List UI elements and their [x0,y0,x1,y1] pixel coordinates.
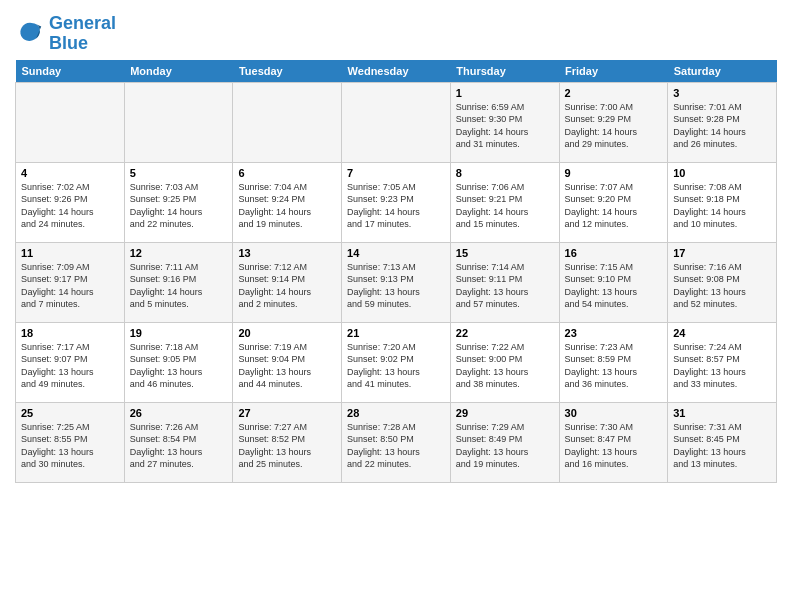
day-number: 8 [456,167,554,179]
day-info: Sunrise: 7:19 AM Sunset: 9:04 PM Dayligh… [238,341,336,391]
day-number: 14 [347,247,445,259]
day-cell: 3Sunrise: 7:01 AM Sunset: 9:28 PM Daylig… [668,82,777,162]
weekday-header-thursday: Thursday [450,60,559,83]
day-info: Sunrise: 6:59 AM Sunset: 9:30 PM Dayligh… [456,101,554,151]
day-cell [342,82,451,162]
day-cell: 27Sunrise: 7:27 AM Sunset: 8:52 PM Dayli… [233,402,342,482]
day-number: 12 [130,247,228,259]
day-number: 28 [347,407,445,419]
day-info: Sunrise: 7:07 AM Sunset: 9:20 PM Dayligh… [565,181,663,231]
day-cell [124,82,233,162]
day-info: Sunrise: 7:24 AM Sunset: 8:57 PM Dayligh… [673,341,771,391]
day-info: Sunrise: 7:01 AM Sunset: 9:28 PM Dayligh… [673,101,771,151]
day-info: Sunrise: 7:22 AM Sunset: 9:00 PM Dayligh… [456,341,554,391]
day-cell: 23Sunrise: 7:23 AM Sunset: 8:59 PM Dayli… [559,322,668,402]
weekday-header-wednesday: Wednesday [342,60,451,83]
day-cell: 5Sunrise: 7:03 AM Sunset: 9:25 PM Daylig… [124,162,233,242]
day-number: 9 [565,167,663,179]
day-number: 7 [347,167,445,179]
day-info: Sunrise: 7:16 AM Sunset: 9:08 PM Dayligh… [673,261,771,311]
day-number: 5 [130,167,228,179]
day-number: 30 [565,407,663,419]
day-info: Sunrise: 7:27 AM Sunset: 8:52 PM Dayligh… [238,421,336,471]
day-number: 31 [673,407,771,419]
day-number: 16 [565,247,663,259]
day-cell: 28Sunrise: 7:28 AM Sunset: 8:50 PM Dayli… [342,402,451,482]
day-number: 15 [456,247,554,259]
day-cell: 25Sunrise: 7:25 AM Sunset: 8:55 PM Dayli… [16,402,125,482]
weekday-header-sunday: Sunday [16,60,125,83]
day-number: 6 [238,167,336,179]
day-cell [16,82,125,162]
week-row-2: 4Sunrise: 7:02 AM Sunset: 9:26 PM Daylig… [16,162,777,242]
week-row-1: 1Sunrise: 6:59 AM Sunset: 9:30 PM Daylig… [16,82,777,162]
weekday-header-row: SundayMondayTuesdayWednesdayThursdayFrid… [16,60,777,83]
week-row-4: 18Sunrise: 7:17 AM Sunset: 9:07 PM Dayli… [16,322,777,402]
day-cell: 29Sunrise: 7:29 AM Sunset: 8:49 PM Dayli… [450,402,559,482]
day-number: 13 [238,247,336,259]
day-cell: 31Sunrise: 7:31 AM Sunset: 8:45 PM Dayli… [668,402,777,482]
day-cell: 24Sunrise: 7:24 AM Sunset: 8:57 PM Dayli… [668,322,777,402]
day-info: Sunrise: 7:04 AM Sunset: 9:24 PM Dayligh… [238,181,336,231]
weekday-header-friday: Friday [559,60,668,83]
day-info: Sunrise: 7:09 AM Sunset: 9:17 PM Dayligh… [21,261,119,311]
day-number: 2 [565,87,663,99]
header: GeneralBlue [15,10,777,54]
day-number: 20 [238,327,336,339]
day-info: Sunrise: 7:23 AM Sunset: 8:59 PM Dayligh… [565,341,663,391]
day-cell: 9Sunrise: 7:07 AM Sunset: 9:20 PM Daylig… [559,162,668,242]
day-number: 11 [21,247,119,259]
day-number: 17 [673,247,771,259]
day-cell: 2Sunrise: 7:00 AM Sunset: 9:29 PM Daylig… [559,82,668,162]
day-info: Sunrise: 7:31 AM Sunset: 8:45 PM Dayligh… [673,421,771,471]
day-cell: 17Sunrise: 7:16 AM Sunset: 9:08 PM Dayli… [668,242,777,322]
day-number: 27 [238,407,336,419]
day-number: 21 [347,327,445,339]
day-cell: 10Sunrise: 7:08 AM Sunset: 9:18 PM Dayli… [668,162,777,242]
week-row-5: 25Sunrise: 7:25 AM Sunset: 8:55 PM Dayli… [16,402,777,482]
day-number: 23 [565,327,663,339]
day-cell: 30Sunrise: 7:30 AM Sunset: 8:47 PM Dayli… [559,402,668,482]
page-container: GeneralBlue SundayMondayTuesdayWednesday… [0,0,792,493]
day-cell: 12Sunrise: 7:11 AM Sunset: 9:16 PM Dayli… [124,242,233,322]
day-info: Sunrise: 7:02 AM Sunset: 9:26 PM Dayligh… [21,181,119,231]
day-info: Sunrise: 7:00 AM Sunset: 9:29 PM Dayligh… [565,101,663,151]
day-info: Sunrise: 7:12 AM Sunset: 9:14 PM Dayligh… [238,261,336,311]
day-info: Sunrise: 7:08 AM Sunset: 9:18 PM Dayligh… [673,181,771,231]
day-cell: 26Sunrise: 7:26 AM Sunset: 8:54 PM Dayli… [124,402,233,482]
weekday-header-monday: Monday [124,60,233,83]
day-info: Sunrise: 7:13 AM Sunset: 9:13 PM Dayligh… [347,261,445,311]
day-info: Sunrise: 7:30 AM Sunset: 8:47 PM Dayligh… [565,421,663,471]
day-info: Sunrise: 7:05 AM Sunset: 9:23 PM Dayligh… [347,181,445,231]
day-info: Sunrise: 7:18 AM Sunset: 9:05 PM Dayligh… [130,341,228,391]
day-number: 25 [21,407,119,419]
weekday-header-tuesday: Tuesday [233,60,342,83]
logo-icon [15,19,45,49]
week-row-3: 11Sunrise: 7:09 AM Sunset: 9:17 PM Dayli… [16,242,777,322]
day-cell: 8Sunrise: 7:06 AM Sunset: 9:21 PM Daylig… [450,162,559,242]
day-number: 10 [673,167,771,179]
day-cell: 22Sunrise: 7:22 AM Sunset: 9:00 PM Dayli… [450,322,559,402]
logo-text: GeneralBlue [49,14,116,54]
day-cell [233,82,342,162]
day-info: Sunrise: 7:28 AM Sunset: 8:50 PM Dayligh… [347,421,445,471]
day-cell: 11Sunrise: 7:09 AM Sunset: 9:17 PM Dayli… [16,242,125,322]
day-cell: 21Sunrise: 7:20 AM Sunset: 9:02 PM Dayli… [342,322,451,402]
day-number: 4 [21,167,119,179]
day-info: Sunrise: 7:17 AM Sunset: 9:07 PM Dayligh… [21,341,119,391]
day-cell: 15Sunrise: 7:14 AM Sunset: 9:11 PM Dayli… [450,242,559,322]
day-cell: 7Sunrise: 7:05 AM Sunset: 9:23 PM Daylig… [342,162,451,242]
day-info: Sunrise: 7:14 AM Sunset: 9:11 PM Dayligh… [456,261,554,311]
day-number: 29 [456,407,554,419]
day-info: Sunrise: 7:20 AM Sunset: 9:02 PM Dayligh… [347,341,445,391]
day-cell: 4Sunrise: 7:02 AM Sunset: 9:26 PM Daylig… [16,162,125,242]
day-number: 18 [21,327,119,339]
logo: GeneralBlue [15,14,116,54]
day-number: 26 [130,407,228,419]
day-cell: 14Sunrise: 7:13 AM Sunset: 9:13 PM Dayli… [342,242,451,322]
day-cell: 19Sunrise: 7:18 AM Sunset: 9:05 PM Dayli… [124,322,233,402]
day-info: Sunrise: 7:06 AM Sunset: 9:21 PM Dayligh… [456,181,554,231]
day-cell: 1Sunrise: 6:59 AM Sunset: 9:30 PM Daylig… [450,82,559,162]
calendar-table: SundayMondayTuesdayWednesdayThursdayFrid… [15,60,777,483]
day-cell: 20Sunrise: 7:19 AM Sunset: 9:04 PM Dayli… [233,322,342,402]
